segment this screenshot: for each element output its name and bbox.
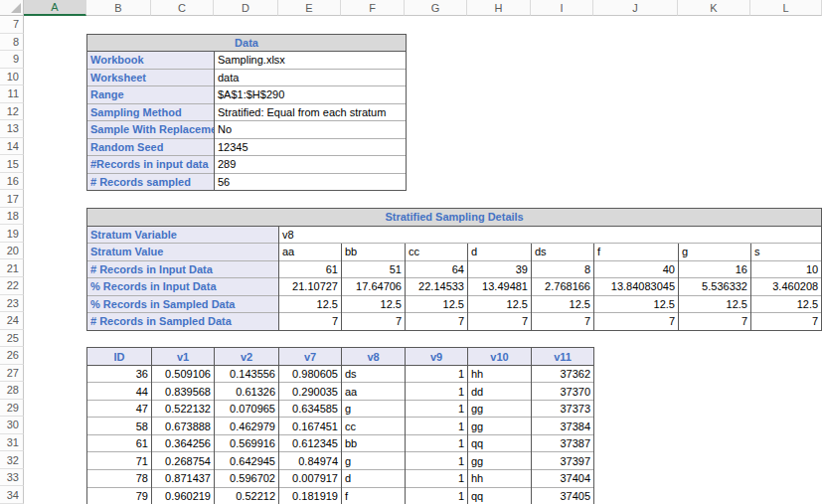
records-input-count-cell[interactable]: 51 [342, 260, 406, 278]
row-header-26[interactable]: 26 [0, 347, 24, 365]
stratum-value-cell[interactable]: f [594, 244, 679, 261]
column-header-d[interactable]: D [214, 0, 278, 16]
row-header-32[interactable]: 32 [0, 451, 24, 469]
sample-cell[interactable]: 36 [87, 365, 152, 383]
records-sampled-pct-label[interactable]: % Records in Sampled Data [87, 295, 279, 313]
sample-cell[interactable]: g [342, 400, 406, 418]
sample-cell[interactable]: 0.167451 [279, 418, 342, 435]
stratum-variable-value[interactable]: v8 [279, 226, 822, 244]
sample-col-header-v10[interactable]: v10 [468, 348, 532, 366]
sample-cell[interactable]: 1 [406, 383, 468, 401]
sample-cell[interactable]: gg [468, 418, 532, 435]
records-sampled-count-cell[interactable]: 7 [468, 313, 532, 331]
records-input-pct-cell[interactable]: 22.14533 [406, 278, 468, 296]
row-header-24[interactable]: 24 [0, 312, 24, 330]
sample-cell[interactable]: hh [468, 365, 532, 383]
sample-cell[interactable]: 0.007917 [279, 470, 342, 488]
row-header-15[interactable]: 15 [0, 155, 24, 173]
records-sampled-count-cell[interactable]: 7 [532, 313, 594, 331]
records-input-count-cell[interactable]: 10 [751, 260, 822, 278]
sample-with-replacement-label[interactable]: Sample With Replacement [87, 121, 215, 139]
random-seed-value[interactable]: 12345 [215, 138, 407, 156]
stratified-table-title[interactable]: Stratified Sampling Details [87, 209, 822, 227]
sample-cell[interactable]: 1 [406, 487, 468, 504]
sample-col-header-v8[interactable]: v8 [342, 348, 406, 366]
sample-cell[interactable]: 0.143556 [215, 365, 279, 383]
column-header-k[interactable]: K [678, 0, 750, 16]
records-sampled-count-cell[interactable]: 7 [342, 313, 406, 331]
sample-cell[interactable]: 0.364256 [152, 434, 215, 452]
records-input-count-cell[interactable]: 8 [532, 260, 594, 278]
records-sampled-pct-cell[interactable]: 12.5 [468, 295, 532, 313]
stratum-value-cell[interactable]: cc [406, 244, 468, 261]
sample-cell[interactable]: 0.960219 [152, 487, 215, 504]
workbook-value[interactable]: Sampling.xlsx [215, 52, 407, 70]
sample-cell[interactable]: 0.642945 [215, 452, 279, 470]
row-header-27[interactable]: 27 [0, 365, 24, 383]
sample-cell[interactable]: 0.509106 [152, 365, 215, 383]
sample-cell[interactable]: 0.268754 [152, 452, 215, 470]
row-header-25[interactable]: 25 [0, 330, 24, 348]
records-in-input-label[interactable]: #Records in input data [87, 156, 215, 174]
column-header-b[interactable]: B [86, 0, 151, 16]
row-header-23[interactable]: 23 [0, 295, 24, 313]
sample-cell[interactable]: 61 [87, 434, 152, 452]
records-sampled-pct-cell[interactable]: 12.5 [594, 295, 679, 313]
sample-cell[interactable]: 1 [406, 365, 468, 383]
sample-cell[interactable]: 37373 [532, 400, 594, 418]
row-header-7[interactable]: 7 [0, 16, 24, 34]
sample-cell[interactable]: 37370 [532, 383, 594, 401]
sample-cell[interactable]: g [342, 452, 406, 470]
records-sampled-pct-cell[interactable]: 12.5 [679, 295, 751, 313]
sample-cell[interactable]: 0.673888 [152, 418, 215, 435]
row-header-11[interactable]: 11 [0, 85, 24, 103]
row-header-16[interactable]: 16 [0, 173, 24, 191]
stratum-value-cell[interactable]: bb [342, 244, 406, 261]
records-sampled-pct-cell[interactable]: 12.5 [751, 295, 822, 313]
records-input-pct-cell[interactable]: 13.49481 [468, 278, 532, 296]
sample-cell[interactable]: 44 [87, 383, 152, 401]
stratum-value-label[interactable]: Stratum Value [87, 244, 279, 261]
records-input-count-cell[interactable]: 61 [279, 260, 342, 278]
row-header-30[interactable]: 30 [0, 417, 24, 434]
sample-cell[interactable]: 37397 [532, 452, 594, 470]
sample-cell[interactable]: 58 [87, 418, 152, 435]
sample-cell[interactable]: 0.634585 [279, 400, 342, 418]
records-sampled-count-label[interactable]: # Records in Sampled Data [87, 313, 279, 331]
sample-cell[interactable]: 78 [87, 470, 152, 488]
sample-cell[interactable]: 1 [406, 470, 468, 488]
sample-cell[interactable]: dd [468, 383, 532, 401]
records-sampled-value[interactable]: 56 [215, 173, 407, 191]
row-header-29[interactable]: 29 [0, 400, 24, 418]
records-sampled-pct-cell[interactable]: 12.5 [406, 295, 468, 313]
sample-cell[interactable]: 0.569916 [215, 434, 279, 452]
sample-cell[interactable]: 0.61326 [215, 383, 279, 401]
sample-cell[interactable]: 0.839568 [152, 383, 215, 401]
sample-cell[interactable]: gg [468, 400, 532, 418]
sample-cell[interactable]: 71 [87, 452, 152, 470]
sample-cell[interactable]: 0.596702 [215, 470, 279, 488]
sample-cell[interactable]: 0.522132 [152, 400, 215, 418]
column-header-c[interactable]: C [151, 0, 214, 16]
sample-cell[interactable]: 37384 [532, 418, 594, 435]
stratum-value-cell[interactable]: d [468, 244, 532, 261]
select-all-button[interactable] [0, 0, 24, 16]
sample-col-header-v1[interactable]: v1 [152, 348, 215, 366]
column-header-f[interactable]: F [341, 0, 405, 16]
sample-cell[interactable]: 1 [406, 434, 468, 452]
sample-cell[interactable]: 0.612345 [279, 434, 342, 452]
sample-cell[interactable]: cc [342, 418, 406, 435]
records-input-pct-cell[interactable]: 21.10727 [279, 278, 342, 296]
records-input-count-cell[interactable]: 40 [594, 260, 679, 278]
sampling-method-value[interactable]: Stratified: Equal from each stratum [215, 103, 407, 121]
records-sampled-pct-cell[interactable]: 12.5 [342, 295, 406, 313]
sample-col-header-v2[interactable]: v2 [215, 348, 279, 366]
row-header-31[interactable]: 31 [0, 434, 24, 452]
sample-cell[interactable]: 79 [87, 487, 152, 504]
column-header-l[interactable]: L [750, 0, 822, 16]
sample-col-header-v11[interactable]: v11 [532, 348, 594, 366]
sample-cell[interactable]: gg [468, 452, 532, 470]
records-sampled-count-cell[interactable]: 7 [679, 313, 751, 331]
stratum-variable-label[interactable]: Stratum Variable [87, 226, 279, 244]
sample-cell[interactable]: 37387 [532, 434, 594, 452]
